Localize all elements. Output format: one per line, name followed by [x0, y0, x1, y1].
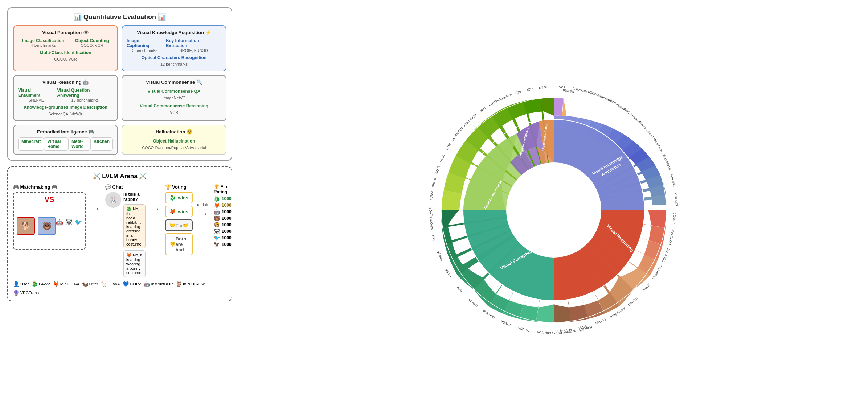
- model-blip2: 💙 BLIP2: [123, 281, 141, 287]
- arrow1: →: [90, 202, 101, 215]
- label-host: HOST: [439, 153, 446, 163]
- model-otter: 🦦 Otter: [82, 281, 98, 287]
- visual-knowledge-title: Visual Knowledge Acquisition ⚡: [127, 30, 221, 35]
- object-hallucination: Object Hallucination COCO-Ransom/Popular…: [127, 137, 221, 151]
- team2-avatar: 🐻: [38, 217, 56, 235]
- models-row: 👤 User 🐉 LA-V2 🦊 MiniGPT-4 🦦 Otter 🦙 LLa…: [13, 281, 226, 296]
- label-cifar10: CIFAR10: [627, 296, 639, 306]
- label-vcr-mci: VCR-MCI: [674, 193, 679, 206]
- visual-perception-title: Visual Perception 👁️: [18, 30, 113, 35]
- matchmaking-box: VS 🐕 🐻 🤖🐼🐦: [13, 192, 86, 250]
- label-total-text: Total-Text: [499, 92, 513, 101]
- label-virtual-home: VirtualHome: [662, 153, 672, 170]
- minecraft: Minecraft: [18, 137, 44, 151]
- model-user: 👤 User: [13, 281, 29, 287]
- label-ocr-vqa: OCR-VQA: [482, 309, 496, 320]
- embodied-box: Embodied Intelligence 🎮 Minecraft Virtua…: [13, 125, 118, 155]
- quantitative-evaluation-box: 📊 Quantitative Evaluation 📊 Visual Perce…: [7, 7, 232, 161]
- label-coco-text: COCO-Text: [457, 119, 471, 133]
- chat-section: 💬 Chat 🐰 Is this a rabbit? 🐉 No, this is…: [105, 184, 146, 279]
- vote-tie[interactable]: 🤝 Tie 🤝: [165, 219, 193, 231]
- arena-title: ⚔️ LVLM Arena ⚔️: [13, 172, 226, 180]
- matchmaking-title: 🎮 Matchmaking 🎮: [13, 184, 86, 190]
- label-funsd2: FUNSD: [429, 190, 434, 201]
- matchmaking-section: 🎮 Matchmaking 🎮 VS 🐕 🐻 🤖🐼🐦: [13, 184, 86, 250]
- vote-wins2[interactable]: 🦊 wins: [165, 206, 193, 217]
- model-instructblip: 🤖 InstructBLIP: [144, 281, 173, 287]
- label-ic13: IC13: [527, 87, 534, 92]
- kitchen: Kitchen: [90, 137, 113, 151]
- rabbit-image: 🐰: [105, 192, 121, 208]
- model-lav2: 🐉 LA-V2: [32, 281, 50, 287]
- label-svtp: SVTP: [469, 113, 478, 121]
- hallucination-box: Hallucination 😵 Object Hallucination COC…: [122, 125, 226, 155]
- quant-grid: Visual Perception 👁️ Image Classificatio…: [13, 25, 226, 155]
- label-snli-ve: SNLI-VE: [595, 317, 607, 325]
- voting-title: 🏆 Voting: [165, 184, 193, 190]
- visual-entailment: Visual Entailment SNLI-VE: [18, 88, 54, 102]
- sunburst-chart: Visual Knowledge Acquisition Visual Reas…: [427, 83, 681, 337]
- visual-reasoning-title: Visual Reasoning 🤖: [18, 79, 113, 85]
- label-vcr-oc: VCR-OC: [672, 212, 676, 225]
- label-iconqa: IconQA: [436, 251, 443, 262]
- label-minecraft: Minecraft: [670, 174, 676, 187]
- elo-title: 🏆 Elo Rating: [214, 184, 232, 194]
- label-coco-oc: COCO-OC: [661, 248, 670, 263]
- label-visdial: Visdial: [445, 268, 452, 278]
- chat-answer2: 🦊 No, it is a dog wearing a bunny costum…: [123, 250, 146, 277]
- label-textvqa: TextVQA: [517, 326, 530, 333]
- ocr: Optical Characters Recognition 12 benchm…: [127, 54, 221, 67]
- label-gqa: GQA: [456, 285, 463, 293]
- model-minigpt4: 🦊 MiniGPT-4: [53, 281, 79, 287]
- chat-answer1: 🐉 No, this is not a rabbit. It is a dog …: [123, 204, 146, 248]
- visual-commonsense-box: Visual Commonsense 🔍 Visual Commonsense …: [122, 75, 226, 121]
- label-cute80: CUTE80: [488, 98, 500, 107]
- label-vcr: VCR: [559, 85, 566, 89]
- label-whoops-vqa: WHOOPS_VQA: [429, 207, 434, 230]
- image-captioning: Image Captioning 3 benchmarks: [127, 38, 163, 53]
- label-wqst: WQST: [434, 165, 441, 175]
- sunburst-svg: Visual Knowledge Acquisition Visual Reas…: [427, 83, 681, 337]
- update-arrow: update →: [197, 202, 209, 220]
- key-info-extraction: Key Information Extraction SROIE, FUNSD: [166, 38, 221, 53]
- embodied-title: Embodied Intelligence 🎮: [18, 129, 113, 135]
- virtual-home: Virtual Home: [44, 137, 68, 151]
- visual-knowledge-box: Visual Knowledge Acquisition ⚡ Image Cap…: [122, 25, 226, 71]
- label-ic15: IC15: [514, 90, 521, 95]
- label-stvqa: STVQA: [500, 320, 511, 327]
- model-vpgtrans: 🔮 VPGTrans: [13, 290, 39, 296]
- center-white: [507, 163, 601, 257]
- model-llava: 🦙 LLaVA: [101, 281, 120, 287]
- object-counting: Object Counting COCO, VCR: [75, 38, 109, 48]
- label-whoops-cap: WHOOPS-Cap: [545, 331, 566, 335]
- chat-question: Is this a rabbit?: [123, 192, 146, 202]
- visual-qa: Visual Question Answering 10 benchmarks: [57, 88, 113, 102]
- visual-reasoning-box: Visual Reasoning 🤖 Visual Entailment SNL…: [13, 75, 118, 121]
- label-franka: Franka Kitchen: [638, 120, 655, 139]
- label-sroie: SROIE: [431, 177, 437, 187]
- visual-perception-box: Visual Perception 👁️ Image Classificatio…: [13, 25, 118, 71]
- right-panel: Visual Knowledge Acquisition Visual Reas…: [239, 0, 868, 420]
- chat-title: 💬 Chat: [105, 184, 146, 190]
- visual-commonsense-title: Visual Commonsense 🔍: [127, 79, 221, 85]
- vote-both-bad[interactable]: 👎 Both are bad: [165, 233, 193, 255]
- image-classification: Image Classification 4 benchmarks: [22, 38, 64, 48]
- vote-wins1[interactable]: 🐉 wins: [165, 192, 193, 203]
- team1-avatar: 🐕: [17, 217, 35, 235]
- label-iiit5k: IIIT5K: [539, 85, 548, 90]
- multi-class-identification: Multi-Class Identification COCO, VCR: [18, 49, 113, 62]
- arrow2: →: [150, 202, 161, 215]
- label-pets37: Pets37: [642, 283, 651, 292]
- label-ctw: CTW: [445, 143, 452, 151]
- hallucination-title: Hallucination 😵: [127, 129, 221, 135]
- quant-title: 📊 Quantitative Evaluation 📊: [13, 13, 226, 21]
- left-panel: 📊 Quantitative Evaluation 📊 Visual Perce…: [0, 0, 239, 420]
- knowledge-grounded: Knowledge-grounded Image Description Sci…: [18, 104, 113, 117]
- voting-section: 🏆 Voting 🐉 wins 🦊 wins 🤝 Tie 🤝 👎 Both ar…: [165, 184, 193, 258]
- label-svt: SVT: [480, 106, 487, 112]
- meta-world: Meta-World: [68, 137, 90, 151]
- arena-box: ⚔️ LVLM Arena ⚔️ 🎮 Matchmaking 🎮 VS 🐕 🐻 …: [7, 166, 232, 301]
- commonsense-qa: Visual Commonsense QA ImageNetVC: [127, 88, 221, 101]
- model-mplug: 🦉 mPLUG-Owl: [176, 281, 205, 287]
- label-coco-mci: COCO-MCI: [668, 229, 675, 245]
